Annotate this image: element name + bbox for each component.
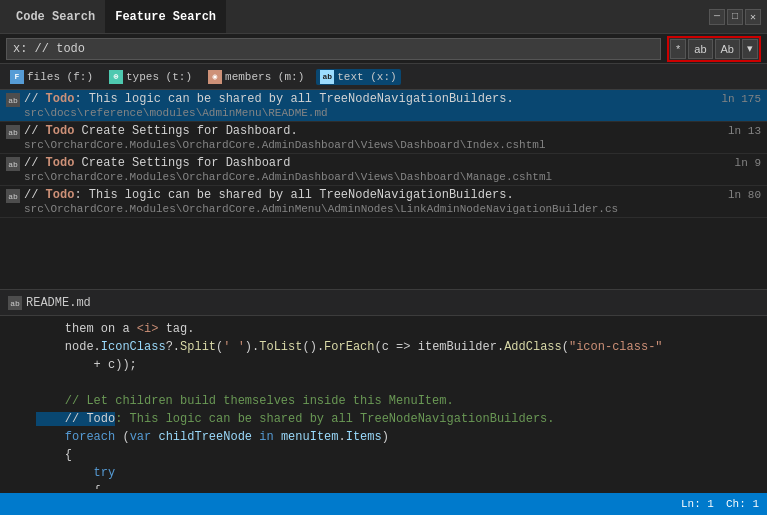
line-content: + c)); — [36, 356, 761, 374]
line-content-highlighted: // Todo: This logic can be shared by all… — [36, 410, 761, 428]
result-item[interactable]: ab // Todo: This logic can be shared by … — [0, 90, 767, 122]
code-filename: README.md — [26, 296, 91, 310]
code-panel: ab README.md them on a <i> tag. node.Ico… — [0, 290, 767, 489]
result-path: src\docs\reference\modules\AdminMenu\REA… — [24, 107, 761, 119]
result-text: // Todo: This logic can be shared by all… — [24, 92, 514, 106]
filter-members-label: members (m:) — [225, 71, 304, 83]
result-content: // Todo Create Settings for Dashboard. l… — [24, 124, 761, 151]
result-icon: ab — [6, 157, 20, 171]
search-input[interactable] — [6, 38, 661, 60]
options-dropdown-button[interactable]: ▾ — [742, 39, 758, 59]
code-line: { — [0, 482, 767, 489]
line-content — [36, 374, 761, 392]
code-line: try — [0, 464, 767, 482]
result-icon: ab — [6, 93, 20, 107]
code-line — [0, 374, 767, 392]
result-item[interactable]: ab // Todo Create Settings for Dashboard… — [0, 122, 767, 154]
search-options-group: * ab Ab ▾ — [667, 36, 761, 62]
result-path: src\OrchardCore.Modules\OrchardCore.Admi… — [24, 171, 761, 183]
result-icon: ab — [6, 189, 20, 203]
title-bar: Code Search Feature Search ─ □ ✕ — [0, 0, 767, 34]
match-case-button[interactable]: ab — [688, 39, 712, 59]
filter-text-label: text (x:) — [337, 71, 396, 83]
minimize-button[interactable]: ─ — [709, 9, 725, 25]
filter-members-button[interactable]: ◉ members (m:) — [204, 69, 308, 85]
line-content: try — [36, 464, 761, 482]
code-line: + c)); — [0, 356, 767, 374]
line-content: { — [36, 446, 761, 464]
code-line-highlighted: // Todo: This logic can be shared by all… — [0, 410, 767, 428]
types-icon: ⊕ — [109, 70, 123, 84]
tab-feature-search[interactable]: Feature Search — [105, 0, 226, 33]
filter-bar: F files (f:) ⊕ types (t:) ◉ members (m:)… — [0, 64, 767, 90]
results-panel[interactable]: ab // Todo: This logic can be shared by … — [0, 90, 767, 290]
line-content: them on a <i> tag. — [36, 320, 761, 338]
code-line: them on a <i> tag. — [0, 320, 767, 338]
code-content[interactable]: them on a <i> tag. node.IconClass?.Split… — [0, 316, 767, 489]
result-path: src\OrchardCore.Modules\OrchardCore.Admi… — [24, 139, 761, 151]
code-line: // Let children build themselves inside … — [0, 392, 767, 410]
search-bar: * ab Ab ▾ — [0, 34, 767, 64]
result-text: // Todo Create Settings for Dashboard — [24, 156, 290, 170]
result-content: // Todo: This logic can be shared by all… — [24, 188, 761, 215]
code-panel-header: ab README.md — [0, 290, 767, 316]
line-content: // Let children build themselves inside … — [36, 392, 761, 410]
members-icon: ◉ — [208, 70, 222, 84]
result-content: // Todo: This logic can be shared by all… — [24, 92, 761, 119]
line-content: node.IconClass?.Split(' ').ToList().ForE… — [36, 338, 761, 356]
status-line: Ln: 1 — [681, 498, 714, 510]
line-content: foreach (var childTreeNode in menuItem.I… — [36, 428, 761, 446]
close-button[interactable]: ✕ — [745, 9, 761, 25]
result-text: // Todo: This logic can be shared by all… — [24, 188, 514, 202]
filter-types-button[interactable]: ⊕ types (t:) — [105, 69, 196, 85]
filter-files-label: files (f:) — [27, 71, 93, 83]
result-line-num: ln 13 — [728, 125, 761, 137]
files-icon: F — [10, 70, 24, 84]
readme-icon: ab — [8, 296, 22, 310]
result-line-num: ln 175 — [721, 93, 761, 105]
result-text: // Todo Create Settings for Dashboard. — [24, 124, 298, 138]
result-line-num: ln 80 — [728, 189, 761, 201]
tab-code-search[interactable]: Code Search — [6, 0, 105, 33]
match-word-button[interactable]: Ab — [715, 39, 740, 59]
code-line: foreach (var childTreeNode in menuItem.I… — [0, 428, 767, 446]
result-path: src\OrchardCore.Modules\OrchardCore.Admi… — [24, 203, 761, 215]
result-content: // Todo Create Settings for Dashboard ln… — [24, 156, 761, 183]
result-item[interactable]: ab // Todo Create Settings for Dashboard… — [0, 154, 767, 186]
status-bar: Ln: 1 Ch: 1 — [0, 493, 767, 515]
filter-files-button[interactable]: F files (f:) — [6, 69, 97, 85]
wildcard-button[interactable]: * — [670, 39, 686, 59]
result-line-num: ln 9 — [735, 157, 761, 169]
result-item[interactable]: ab // Todo: This logic can be shared by … — [0, 186, 767, 218]
status-col: Ch: 1 — [726, 498, 759, 510]
result-icon: ab — [6, 125, 20, 139]
code-line: { — [0, 446, 767, 464]
code-line: node.IconClass?.Split(' ').ToList().ForE… — [0, 338, 767, 356]
restore-button[interactable]: □ — [727, 9, 743, 25]
line-content: { — [36, 482, 761, 489]
filter-types-label: types (t:) — [126, 71, 192, 83]
filter-text-button[interactable]: ab text (x:) — [316, 69, 400, 85]
window-controls: ─ □ ✕ — [709, 9, 761, 25]
text-icon: ab — [320, 70, 334, 84]
